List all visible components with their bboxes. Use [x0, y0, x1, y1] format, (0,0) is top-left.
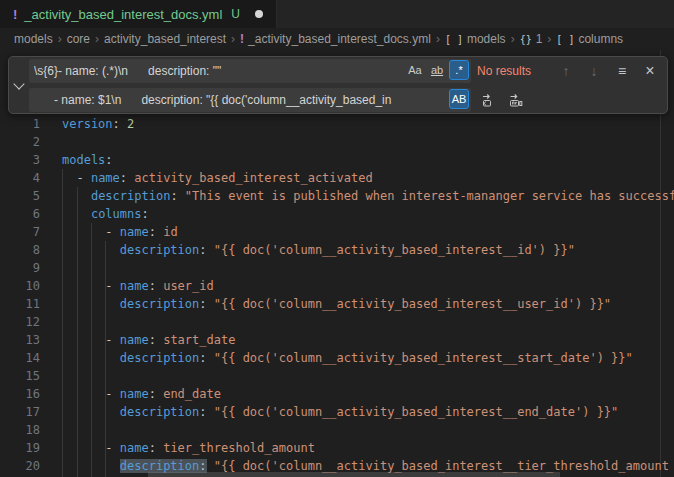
whole-word-toggle[interactable]: ab — [427, 60, 447, 80]
find-in-selection-button[interactable]: ≡ — [611, 60, 633, 82]
tab-title: _activity_based_interest_docs.yml — [24, 7, 222, 22]
breadcrumb-item[interactable]: activity_based_interest — [104, 32, 226, 46]
code-line-text: description: "This event is published wh… — [62, 187, 674, 205]
breadcrumb-separator: › — [231, 32, 235, 46]
find-input[interactable]: \s{6}- name: (.*)\n description: "" Aa a… — [29, 59, 471, 83]
find-query-text: \s{6}- name: (.*)\n description: "" — [34, 64, 466, 78]
breadcrumb-item[interactable]: models — [14, 32, 53, 46]
breadcrumb-item[interactable]: core — [67, 32, 90, 46]
code-line[interactable]: 6 columns: — [0, 205, 674, 223]
symbol-array-icon: [ ] — [445, 34, 463, 45]
code-line-text: description: "{{ doc('column__activity_b… — [62, 295, 611, 313]
line-number: 20 — [0, 457, 62, 475]
replace-input[interactable]: - name: $1\n description: "{{ doc('colum… — [29, 88, 471, 112]
code-line[interactable]: 7 - name: id — [0, 223, 674, 241]
line-number: 16 — [0, 385, 62, 403]
regex-toggle[interactable]: .* — [449, 60, 469, 80]
replace-all-icon — [508, 92, 524, 108]
breadcrumb-label: core — [67, 32, 90, 46]
code-line-text: version: 2 — [62, 115, 134, 133]
code-line[interactable]: 17 description: "{{ doc('column__activit… — [0, 403, 674, 421]
breadcrumb-separator: › — [547, 32, 551, 46]
code-line-text: columns: — [62, 205, 149, 223]
line-number: 12 — [0, 313, 62, 331]
breadcrumb-separator: › — [95, 32, 99, 46]
editor[interactable]: 1version: 223models:4 - name: activity_b… — [0, 50, 674, 477]
breadcrumb-label: activity_based_interest — [104, 32, 226, 46]
breadcrumb-label: _activity_based_interest_docs.yml — [248, 32, 431, 46]
line-number: 9 — [0, 259, 62, 277]
find-results-status: No results — [477, 64, 549, 78]
symbol-object-icon: {} — [520, 34, 532, 45]
code-line[interactable]: 11 description: "{{ doc('column__activit… — [0, 295, 674, 313]
code-line-text: - name: tier_threshold_amount — [62, 439, 315, 457]
line-number: 1 — [0, 115, 62, 133]
line-number: 3 — [0, 151, 62, 169]
line-number: 14 — [0, 349, 62, 367]
code-line[interactable]: 2 — [0, 133, 674, 151]
replace-value-text: - name: $1\n description: "{{ doc('colum… — [34, 93, 466, 107]
breadcrumb-label: models — [467, 32, 506, 46]
line-number: 5 — [0, 187, 62, 205]
yaml-file-icon: ! — [240, 32, 244, 46]
line-number: 18 — [0, 421, 62, 439]
code-line-text: - name: end_date — [62, 385, 221, 403]
code-line[interactable]: 15 — [0, 367, 674, 385]
breadcrumb-separator: › — [511, 32, 515, 46]
code-line-text: description: "{{ doc('column__activity_b… — [62, 241, 575, 259]
code-line[interactable]: 18 — [0, 421, 674, 439]
code-line-text: - name: start_date — [62, 331, 235, 349]
code-area[interactable]: 1version: 223models:4 - name: activity_b… — [0, 115, 674, 475]
line-number: 15 — [0, 367, 62, 385]
breadcrumb-item[interactable]: {}1 — [520, 32, 543, 46]
code-line[interactable]: 3models: — [0, 151, 674, 169]
breadcrumb-separator: › — [436, 32, 440, 46]
code-line-text: - name: activity_based_interest_activate… — [62, 169, 373, 187]
breadcrumb-separator: › — [58, 32, 62, 46]
code-line-text: description: "{{ doc('column__activity_b… — [62, 403, 618, 421]
symbol-array-icon: [ ] — [556, 34, 574, 45]
close-button[interactable]: × — [639, 60, 661, 82]
code-line[interactable]: 9 — [0, 259, 674, 277]
line-number: 19 — [0, 439, 62, 457]
next-match-button[interactable]: ↓ — [583, 60, 605, 82]
line-number: 2 — [0, 133, 62, 151]
replace-button[interactable] — [477, 89, 499, 111]
line-number: 4 — [0, 169, 62, 187]
replace-all-button[interactable] — [505, 89, 527, 111]
breadcrumb-label: models — [14, 32, 53, 46]
match-case-toggle[interactable]: Aa — [405, 60, 425, 80]
breadcrumb-item[interactable]: [ ]models — [445, 32, 506, 46]
code-line[interactable]: 4 - name: activity_based_interest_activa… — [0, 169, 674, 187]
line-number: 11 — [0, 295, 62, 313]
line-number: 8 — [0, 241, 62, 259]
code-line[interactable]: 13 - name: start_date — [0, 331, 674, 349]
yaml-file-icon: ! — [13, 7, 17, 22]
code-line[interactable]: 14 description: "{{ doc('column__activit… — [0, 349, 674, 367]
code-line-text: description: "{{ doc('column__activity_b… — [62, 349, 633, 367]
breadcrumb-item[interactable]: [ ]columns — [556, 32, 623, 46]
code-line[interactable]: 10 - name: user_id — [0, 277, 674, 295]
previous-match-button[interactable]: ↑ — [555, 60, 577, 82]
find-replace-widget: \s{6}- name: (.*)\n description: "" Aa a… — [8, 56, 668, 114]
line-number: 13 — [0, 331, 62, 349]
code-line[interactable]: 19 - name: tier_threshold_amount — [0, 439, 674, 457]
code-line[interactable]: 8 description: "{{ doc('column__activity… — [0, 241, 674, 259]
git-status-badge: U — [231, 7, 240, 21]
code-line-text: - name: id — [62, 223, 178, 241]
tab-bar: ! _activity_based_interest_docs.yml U — [0, 0, 674, 28]
code-line[interactable]: 12 — [0, 313, 674, 331]
horizontal-scrollbar[interactable] — [148, 472, 560, 477]
code-line-text: - name: user_id — [62, 277, 214, 295]
code-line[interactable]: 1version: 2 — [0, 115, 674, 133]
tab-active[interactable]: ! _activity_based_interest_docs.yml U — [0, 0, 277, 28]
breadcrumb-label: columns — [578, 32, 623, 46]
preserve-case-toggle[interactable]: AB — [449, 89, 469, 109]
breadcrumb-item[interactable]: !_activity_based_interest_docs.yml — [240, 32, 431, 46]
breadcrumb: models›core›activity_based_interest›!_ac… — [0, 28, 674, 50]
code-line[interactable]: 16 - name: end_date — [0, 385, 674, 403]
replace-icon — [480, 92, 496, 108]
code-line[interactable]: 5 description: "This event is published … — [0, 187, 674, 205]
modified-dot-icon[interactable] — [255, 10, 263, 18]
toggle-replace-button[interactable] — [9, 57, 29, 113]
